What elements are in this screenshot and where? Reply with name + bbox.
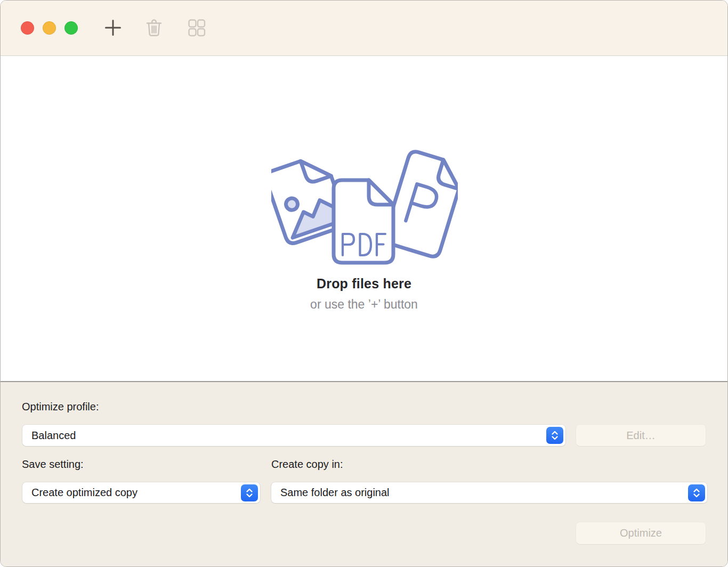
pdf-file-icon bbox=[334, 180, 393, 263]
settings-panel: Optimize profile: Balanced Edit… Save se… bbox=[1, 381, 727, 566]
minimize-button[interactable] bbox=[43, 21, 56, 35]
create-copy-select[interactable]: Same folder as original bbox=[271, 482, 707, 503]
profile-select-value: Balanced bbox=[31, 430, 76, 442]
add-files-button[interactable] bbox=[103, 19, 123, 38]
folded-corner bbox=[301, 153, 331, 184]
trash-icon bbox=[145, 18, 163, 39]
drop-title: Drop files here bbox=[1, 276, 727, 291]
save-setting-select[interactable]: Create optimized copy bbox=[22, 482, 260, 503]
create-copy-value: Same folder as original bbox=[280, 487, 390, 499]
folded-corner bbox=[369, 180, 393, 205]
view-mode-button[interactable] bbox=[187, 19, 206, 38]
titlebar bbox=[1, 1, 727, 56]
optimize-profile-label: Optimize profile: bbox=[22, 400, 99, 414]
create-copy-label: Create copy in: bbox=[271, 457, 343, 471]
drop-files-illustration bbox=[271, 142, 458, 270]
traffic-lights bbox=[21, 21, 78, 35]
drop-subtitle: or use the ’+’ button bbox=[1, 297, 727, 312]
grid-icon bbox=[188, 19, 206, 38]
close-button[interactable] bbox=[21, 21, 34, 35]
zoom-button[interactable] bbox=[64, 21, 78, 35]
add-icon bbox=[104, 19, 122, 38]
stepper-icon bbox=[241, 484, 258, 501]
optimize-button[interactable]: Optimize bbox=[576, 522, 706, 544]
edit-profile-button[interactable]: Edit… bbox=[576, 425, 706, 446]
stepper-icon bbox=[688, 484, 705, 501]
remove-files-button[interactable] bbox=[144, 19, 164, 38]
profile-select[interactable]: Balanced bbox=[22, 425, 565, 446]
drop-zone[interactable]: Drop files here or use the ’+’ button bbox=[1, 56, 727, 381]
app-window: Drop files here or use the ’+’ button Op… bbox=[0, 0, 728, 567]
sun-icon bbox=[285, 197, 300, 212]
save-setting-value: Create optimized copy bbox=[31, 487, 137, 499]
save-setting-label: Save setting: bbox=[22, 457, 84, 471]
stepper-icon bbox=[546, 427, 563, 444]
